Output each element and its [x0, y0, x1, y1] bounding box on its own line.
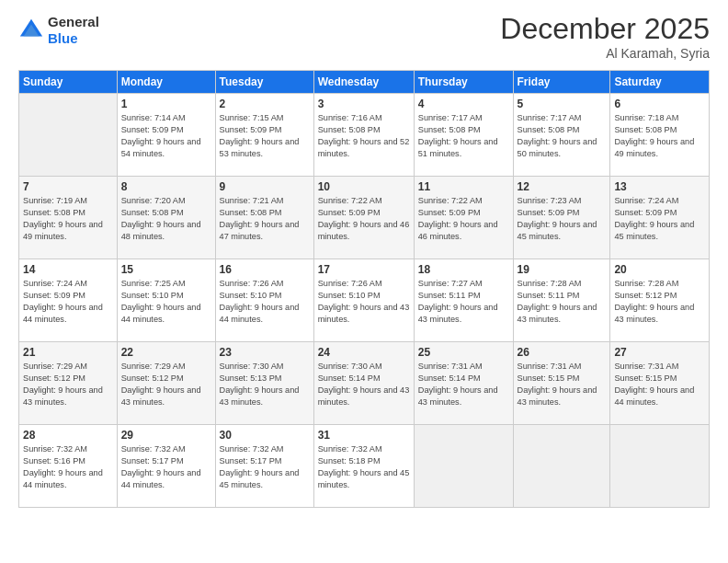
day-number: 22	[121, 346, 211, 359]
day-number: 18	[418, 263, 509, 276]
day-info: Sunrise: 7:14 AM Sunset: 5:09 PM Dayligh…	[121, 112, 211, 160]
table-cell: 21Sunrise: 7:29 AM Sunset: 5:12 PM Dayli…	[19, 342, 118, 425]
week-row-4: 28Sunrise: 7:32 AM Sunset: 5:16 PM Dayli…	[19, 425, 710, 508]
table-cell: 8Sunrise: 7:20 AM Sunset: 5:08 PM Daylig…	[117, 177, 215, 259]
table-cell	[610, 425, 710, 508]
day-info: Sunrise: 7:26 AM Sunset: 5:10 PM Dayligh…	[220, 278, 310, 326]
table-cell: 18Sunrise: 7:27 AM Sunset: 5:11 PM Dayli…	[414, 259, 513, 342]
day-number: 11	[418, 180, 509, 193]
table-cell: 3Sunrise: 7:16 AM Sunset: 5:08 PM Daylig…	[313, 94, 414, 177]
day-info: Sunrise: 7:25 AM Sunset: 5:10 PM Dayligh…	[121, 278, 211, 326]
day-number: 3	[318, 98, 410, 110]
week-row-2: 14Sunrise: 7:24 AM Sunset: 5:09 PM Dayli…	[19, 259, 710, 342]
day-number: 5	[518, 98, 607, 110]
table-cell: 30Sunrise: 7:32 AM Sunset: 5:17 PM Dayli…	[215, 425, 313, 508]
table-cell: 24Sunrise: 7:30 AM Sunset: 5:14 PM Dayli…	[313, 342, 414, 425]
table-cell: 20Sunrise: 7:28 AM Sunset: 5:12 PM Dayli…	[610, 259, 710, 342]
day-number: 24	[318, 346, 410, 359]
table-cell: 17Sunrise: 7:26 AM Sunset: 5:10 PM Dayli…	[313, 259, 414, 342]
day-info: Sunrise: 7:32 AM Sunset: 5:18 PM Dayligh…	[318, 443, 410, 491]
calendar-table: Sunday Monday Tuesday Wednesday Thursday…	[18, 70, 710, 508]
table-cell: 14Sunrise: 7:24 AM Sunset: 5:09 PM Dayli…	[19, 259, 118, 342]
day-info: Sunrise: 7:15 AM Sunset: 5:09 PM Dayligh…	[220, 112, 310, 160]
header-thursday: Thursday	[414, 71, 513, 94]
day-number: 9	[220, 180, 310, 193]
day-number: 15	[121, 263, 211, 276]
day-number: 14	[23, 263, 113, 276]
day-info: Sunrise: 7:29 AM Sunset: 5:12 PM Dayligh…	[23, 361, 113, 408]
week-row-0: 1Sunrise: 7:14 AM Sunset: 5:09 PM Daylig…	[19, 94, 710, 177]
table-cell: 10Sunrise: 7:22 AM Sunset: 5:09 PM Dayli…	[313, 177, 414, 259]
table-cell: 25Sunrise: 7:31 AM Sunset: 5:14 PM Dayli…	[414, 342, 513, 425]
header: General Blue December 2025 Al Karamah, S…	[18, 14, 710, 61]
table-cell: 19Sunrise: 7:28 AM Sunset: 5:11 PM Dayli…	[513, 259, 610, 342]
week-row-1: 7Sunrise: 7:19 AM Sunset: 5:08 PM Daylig…	[19, 177, 710, 259]
day-info: Sunrise: 7:31 AM Sunset: 5:15 PM Dayligh…	[614, 361, 705, 408]
table-cell: 4Sunrise: 7:17 AM Sunset: 5:08 PM Daylig…	[414, 94, 513, 177]
day-number: 2	[220, 98, 310, 110]
day-number: 1	[121, 98, 211, 110]
table-cell: 6Sunrise: 7:18 AM Sunset: 5:08 PM Daylig…	[610, 94, 710, 177]
day-info: Sunrise: 7:17 AM Sunset: 5:08 PM Dayligh…	[418, 112, 509, 160]
calendar-header-row: Sunday Monday Tuesday Wednesday Thursday…	[19, 71, 710, 94]
day-number: 23	[220, 346, 310, 359]
logo-icon	[18, 17, 44, 43]
month-title: December 2025	[500, 14, 710, 43]
day-number: 20	[614, 263, 705, 276]
table-cell: 22Sunrise: 7:29 AM Sunset: 5:12 PM Dayli…	[117, 342, 215, 425]
table-cell: 27Sunrise: 7:31 AM Sunset: 5:15 PM Dayli…	[610, 342, 710, 425]
day-info: Sunrise: 7:23 AM Sunset: 5:09 PM Dayligh…	[518, 195, 607, 243]
table-cell: 7Sunrise: 7:19 AM Sunset: 5:08 PM Daylig…	[19, 177, 118, 259]
day-number: 27	[614, 346, 705, 359]
day-info: Sunrise: 7:22 AM Sunset: 5:09 PM Dayligh…	[318, 195, 410, 243]
day-info: Sunrise: 7:21 AM Sunset: 5:08 PM Dayligh…	[220, 195, 310, 243]
table-cell: 28Sunrise: 7:32 AM Sunset: 5:16 PM Dayli…	[19, 425, 118, 508]
table-cell: 15Sunrise: 7:25 AM Sunset: 5:10 PM Dayli…	[117, 259, 215, 342]
day-number: 25	[418, 346, 509, 359]
header-monday: Monday	[117, 71, 215, 94]
day-number: 26	[518, 346, 607, 359]
day-number: 17	[318, 263, 410, 276]
header-tuesday: Tuesday	[215, 71, 313, 94]
table-cell	[513, 425, 610, 508]
header-friday: Friday	[513, 71, 610, 94]
day-info: Sunrise: 7:16 AM Sunset: 5:08 PM Dayligh…	[318, 112, 410, 160]
table-cell: 1Sunrise: 7:14 AM Sunset: 5:09 PM Daylig…	[117, 94, 215, 177]
table-cell: 29Sunrise: 7:32 AM Sunset: 5:17 PM Dayli…	[117, 425, 215, 508]
day-number: 19	[518, 263, 607, 276]
day-info: Sunrise: 7:22 AM Sunset: 5:09 PM Dayligh…	[418, 195, 509, 243]
table-cell: 5Sunrise: 7:17 AM Sunset: 5:08 PM Daylig…	[513, 94, 610, 177]
table-cell: 11Sunrise: 7:22 AM Sunset: 5:09 PM Dayli…	[414, 177, 513, 259]
day-number: 21	[23, 346, 113, 359]
day-number: 4	[418, 98, 509, 110]
location-subtitle: Al Karamah, Syria	[500, 46, 710, 61]
day-info: Sunrise: 7:32 AM Sunset: 5:17 PM Dayligh…	[220, 443, 310, 491]
day-number: 31	[318, 429, 410, 442]
day-number: 29	[121, 429, 211, 442]
day-info: Sunrise: 7:19 AM Sunset: 5:08 PM Dayligh…	[23, 195, 113, 243]
day-info: Sunrise: 7:31 AM Sunset: 5:14 PM Dayligh…	[418, 361, 509, 408]
table-cell: 31Sunrise: 7:32 AM Sunset: 5:18 PM Dayli…	[313, 425, 414, 508]
table-cell: 16Sunrise: 7:26 AM Sunset: 5:10 PM Dayli…	[215, 259, 313, 342]
week-row-3: 21Sunrise: 7:29 AM Sunset: 5:12 PM Dayli…	[19, 342, 710, 425]
day-info: Sunrise: 7:24 AM Sunset: 5:09 PM Dayligh…	[614, 195, 705, 243]
day-info: Sunrise: 7:28 AM Sunset: 5:12 PM Dayligh…	[614, 278, 705, 326]
day-number: 16	[220, 263, 310, 276]
day-number: 6	[614, 98, 705, 110]
day-info: Sunrise: 7:29 AM Sunset: 5:12 PM Dayligh…	[121, 361, 211, 408]
day-number: 13	[614, 180, 705, 193]
day-number: 12	[518, 180, 607, 193]
day-number: 30	[220, 429, 310, 442]
day-info: Sunrise: 7:31 AM Sunset: 5:15 PM Dayligh…	[518, 361, 607, 408]
table-cell: 12Sunrise: 7:23 AM Sunset: 5:09 PM Dayli…	[513, 177, 610, 259]
logo-text: General Blue	[48, 14, 99, 47]
day-number: 8	[121, 180, 211, 193]
day-info: Sunrise: 7:26 AM Sunset: 5:10 PM Dayligh…	[318, 278, 410, 326]
day-info: Sunrise: 7:30 AM Sunset: 5:14 PM Dayligh…	[318, 361, 410, 408]
day-number: 7	[23, 180, 113, 193]
day-info: Sunrise: 7:32 AM Sunset: 5:16 PM Dayligh…	[23, 443, 113, 491]
table-cell: 13Sunrise: 7:24 AM Sunset: 5:09 PM Dayli…	[610, 177, 710, 259]
table-cell	[414, 425, 513, 508]
day-info: Sunrise: 7:28 AM Sunset: 5:11 PM Dayligh…	[518, 278, 607, 326]
table-cell: 26Sunrise: 7:31 AM Sunset: 5:15 PM Dayli…	[513, 342, 610, 425]
